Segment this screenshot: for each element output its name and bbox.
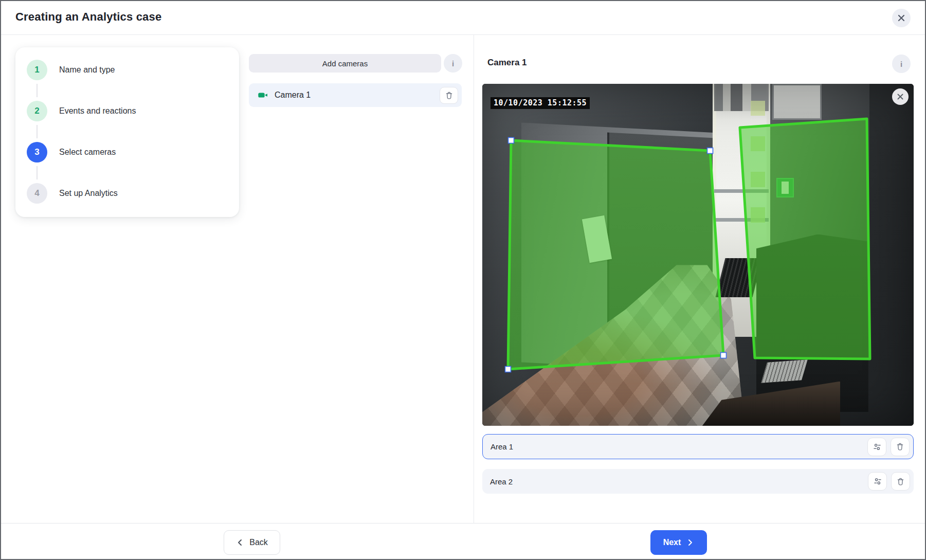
next-button[interactable]: Next [650, 530, 707, 555]
camera-preview-frame: 10/10/2023 15:12:55 [482, 84, 914, 426]
area-1-label: Area 1 [491, 442, 863, 451]
area-2-settings-button[interactable] [868, 472, 887, 491]
step-2-circle: 2 [27, 101, 47, 121]
step-connector [37, 166, 38, 179]
step-1-circle: 1 [27, 60, 47, 80]
camera-timestamp: 10/10/2023 15:12:55 [491, 97, 590, 109]
step-connector [37, 125, 38, 138]
sliders-icon [872, 442, 882, 452]
close-icon [897, 13, 906, 23]
dialog-header: Creating an Analytics case [1, 1, 925, 35]
step-2-label: Events and reactions [59, 106, 136, 116]
preview-camera-title: Camera 1 [487, 58, 527, 68]
area-list-item-2[interactable]: Area 2 [482, 469, 914, 494]
add-cameras-button[interactable]: Add cameras [249, 54, 441, 73]
chevron-left-icon [236, 538, 244, 547]
area-2-label: Area 2 [490, 477, 864, 486]
area-2-delete-button[interactable] [891, 472, 910, 491]
step-3-circle: 3 [27, 142, 47, 162]
step-4-circle: 4 [27, 183, 47, 204]
area-2-polygon[interactable] [740, 119, 870, 359]
info-icon: i [452, 59, 454, 68]
area-1-settings-button[interactable] [867, 438, 886, 456]
camera-delete-button[interactable] [440, 87, 458, 104]
camera-list-info-button[interactable]: i [444, 54, 462, 73]
camera-item-label: Camera 1 [275, 91, 440, 100]
area-overlay[interactable] [482, 84, 914, 426]
step-3-label: Select cameras [59, 148, 116, 157]
area-list-item-1[interactable]: Area 1 [482, 434, 914, 459]
trash-icon [895, 442, 905, 451]
step-set-up-analytics[interactable]: 4 Set up Analytics [27, 183, 229, 204]
back-button-label: Back [249, 538, 268, 547]
step-name-and-type[interactable]: 1 Name and type [27, 60, 229, 80]
analytics-case-dialog: { "window": { "title": "Creating an Anal… [0, 0, 926, 560]
area-vertex-handle[interactable] [721, 353, 727, 358]
panel-divider [474, 35, 474, 523]
preview-close-button[interactable] [892, 88, 909, 105]
dialog-close-button[interactable] [892, 9, 911, 27]
step-1-label: Name and type [59, 65, 115, 75]
chevron-right-icon [686, 538, 694, 547]
camera-list-item[interactable]: Camera 1 [249, 83, 462, 107]
step-connector [37, 84, 38, 97]
info-icon: i [900, 60, 902, 68]
area-vertex-handle[interactable] [707, 148, 713, 154]
close-icon [896, 93, 904, 101]
step-4-label: Set up Analytics [59, 189, 118, 198]
preview-info-button[interactable]: i [892, 55, 911, 73]
area-vertex-handle[interactable] [509, 138, 514, 143]
step-select-cameras[interactable]: 3 Select cameras [27, 142, 229, 162]
trash-icon [896, 477, 905, 486]
camera-icon [257, 89, 268, 101]
area-1-polygon[interactable] [508, 140, 723, 369]
area-vertex-handle[interactable] [505, 367, 511, 372]
area-1-delete-button[interactable] [891, 438, 910, 456]
wizard-stepper: 1 Name and type 2 Events and reactions 3… [15, 47, 239, 217]
next-button-label: Next [663, 538, 681, 547]
step-events-and-reactions[interactable]: 2 Events and reactions [27, 101, 229, 121]
dialog-footer: Back Next [1, 523, 925, 560]
back-button[interactable]: Back [224, 530, 280, 555]
dialog-title: Creating an Analytics case [15, 10, 161, 24]
trash-icon [444, 91, 454, 100]
sliders-icon [873, 476, 883, 486]
